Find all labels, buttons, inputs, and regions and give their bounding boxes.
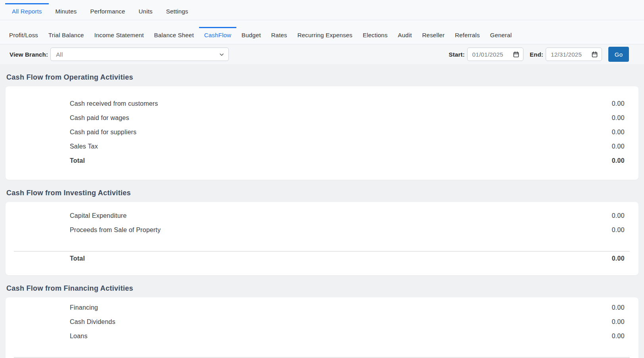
tab-label: Units: [139, 8, 153, 15]
go-button[interactable]: Go: [608, 47, 629, 62]
report-row: Sales Tax 0.00: [6, 139, 638, 154]
tab-label: General: [490, 32, 512, 38]
row-label: Cash paid for suppliers: [70, 129, 612, 136]
row-value: 0.00: [612, 212, 625, 219]
report-row: Loans 0.00: [6, 329, 638, 343]
row-value: 0.00: [612, 114, 625, 122]
chevron-down-icon: [218, 51, 225, 58]
view-branch-label: View Branch:: [10, 51, 48, 58]
tab-label: Elections: [363, 32, 388, 38]
row-label: Sales Tax: [70, 143, 612, 150]
row-value: 0.00: [612, 304, 625, 311]
branch-select-value: All: [56, 51, 63, 58]
section-title: Cash Flow from Investing Activities: [6, 180, 638, 202]
tab-label: Minutes: [56, 8, 77, 15]
report-row: Capital Expenditure 0.00: [6, 209, 638, 223]
primary-nav-tab[interactable]: Units: [132, 3, 159, 20]
filter-bar: View Branch: All Start: 01/01/2025 End: …: [0, 44, 644, 64]
report-nav-tab[interactable]: Elections: [358, 27, 393, 44]
end-date-value: 12/31/2025: [551, 51, 582, 58]
report-row: Cash Dividends 0.00: [6, 315, 638, 329]
report-nav-tab[interactable]: Trial Balance: [43, 27, 89, 44]
report-row: Cash received from customers 0.00: [6, 97, 638, 111]
start-date-value: 01/01/2025: [472, 51, 503, 58]
tab-label: Trial Balance: [48, 32, 84, 38]
report-nav-tab[interactable]: Rates: [266, 27, 292, 44]
report-nav: Profit/Loss Trial Balance Income Stateme…: [0, 20, 644, 44]
report-row: Financing 0.00: [6, 301, 638, 315]
start-date-input[interactable]: 01/01/2025: [467, 48, 523, 61]
section-card: Financing 0.00 Cash Dividends 0.00 Loans…: [6, 297, 638, 358]
end-label: End:: [530, 51, 543, 58]
row-value: 0.00: [612, 333, 625, 340]
report-row: [6, 343, 638, 358]
section-title: Cash Flow from Operating Activities: [6, 64, 638, 86]
row-value: 0.00: [612, 227, 625, 234]
report-nav-tab[interactable]: Referrals: [450, 27, 485, 44]
row-label: Loans: [70, 333, 612, 340]
row-value: 0.00: [612, 129, 625, 136]
report-nav-tab[interactable]: Audit: [393, 27, 417, 44]
section-title: Cash Flow from Financing Activities: [6, 275, 638, 297]
section-card: Cash received from customers 0.00 Cash p…: [6, 86, 638, 180]
row-value: 0.00: [612, 143, 625, 150]
report-row: [6, 237, 638, 251]
row-value: 0.00: [612, 157, 625, 164]
primary-nav-tab[interactable]: Performance: [84, 3, 132, 20]
report-nav-tab[interactable]: CashFlow: [199, 27, 236, 44]
report-row: Cash paid for suppliers 0.00: [6, 125, 638, 139]
tab-label: Settings: [166, 8, 188, 15]
row-label: Cash Dividends: [70, 318, 612, 326]
report-row: Cash paid for wages 0.00: [6, 111, 638, 125]
tab-label: Recurring Expenses: [297, 32, 353, 38]
tab-label: Budget: [242, 32, 261, 38]
row-label: Financing: [70, 304, 612, 311]
tab-label: Rates: [271, 32, 287, 38]
report-nav-tab[interactable]: Budget: [236, 27, 266, 44]
primary-nav: All Reports Minutes Performance Units Se…: [0, 0, 644, 20]
tab-label: Performance: [90, 8, 125, 15]
row-label: Total: [70, 157, 612, 164]
date-range-controls: Start: 01/01/2025 End: 12/31/2025 Go: [448, 47, 629, 62]
section-operating-activities: Cash Flow from Operating Activities Cash…: [6, 64, 638, 180]
tab-label: Profit/Loss: [9, 32, 38, 38]
row-label: Proceeds from Sale of Property: [70, 227, 612, 234]
tab-label: Reseller: [422, 32, 445, 38]
primary-nav-tab[interactable]: Minutes: [49, 3, 84, 20]
row-value: 0.00: [612, 318, 625, 326]
report-row: Proceeds from Sale of Property 0.00: [6, 223, 638, 237]
row-label: Total: [70, 255, 612, 262]
calendar-icon[interactable]: [513, 51, 519, 58]
report-nav-tab[interactable]: General: [485, 27, 517, 44]
report-nav-tab[interactable]: Balance Sheet: [149, 27, 199, 44]
tab-label: Income Statement: [94, 32, 144, 38]
row-label: Cash received from customers: [70, 100, 612, 107]
report-row: Total 0.00: [6, 251, 638, 266]
row-value: 0.00: [612, 100, 625, 107]
primary-nav-tab[interactable]: Settings: [159, 3, 195, 20]
report-nav-tab[interactable]: Recurring Expenses: [292, 27, 358, 44]
tab-label: CashFlow: [204, 32, 231, 38]
cashflow-report: Cash Flow from Operating Activities Cash…: [0, 64, 644, 358]
end-date-input[interactable]: 12/31/2025: [546, 48, 602, 61]
primary-nav-tab[interactable]: All Reports: [5, 3, 49, 20]
section-financing-activities: Cash Flow from Financing Activities Fina…: [6, 275, 638, 358]
start-label: Start:: [448, 51, 464, 58]
section-card: Capital Expenditure 0.00 Proceeds from S…: [6, 202, 638, 275]
row-label: Capital Expenditure: [70, 212, 612, 219]
row-label: Cash paid for wages: [70, 114, 612, 122]
report-nav-tab[interactable]: Reseller: [417, 27, 450, 44]
branch-select[interactable]: All: [50, 48, 229, 61]
row-value: 0.00: [612, 255, 625, 262]
section-investing-activities: Cash Flow from Investing Activities Capi…: [6, 180, 638, 275]
tab-label: Audit: [398, 32, 412, 38]
report-nav-tab[interactable]: Income Statement: [89, 27, 149, 44]
tab-label: All Reports: [12, 8, 42, 15]
calendar-icon[interactable]: [591, 51, 598, 58]
tab-label: Referrals: [455, 32, 480, 38]
report-nav-tab[interactable]: Profit/Loss: [4, 27, 43, 44]
report-row: Total 0.00: [6, 154, 638, 168]
tab-label: Balance Sheet: [154, 32, 194, 38]
